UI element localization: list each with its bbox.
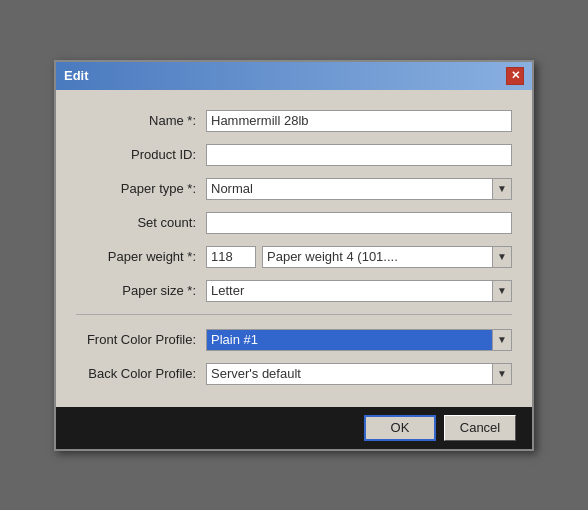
- paper-weight-number-input[interactable]: [206, 246, 256, 268]
- back-color-row: Back Color Profile: Server's default Pla…: [76, 363, 512, 385]
- product-id-row: Product ID:: [76, 144, 512, 166]
- dialog-body: Name *: Product ID: Paper type *: Normal…: [56, 90, 532, 407]
- paper-type-label: Paper type *:: [76, 181, 206, 196]
- paper-weight-inputs: Paper weight 4 (101.... ▼: [206, 246, 512, 268]
- back-color-label: Back Color Profile:: [76, 366, 206, 381]
- paper-size-row: Paper size *: Letter A4 Legal ▼: [76, 280, 512, 302]
- separator: [76, 314, 512, 315]
- product-id-label: Product ID:: [76, 147, 206, 162]
- paper-size-select[interactable]: Letter A4 Legal: [206, 280, 512, 302]
- title-bar: Edit ✕: [56, 62, 532, 90]
- paper-weight-row: Paper weight *: Paper weight 4 (101.... …: [76, 246, 512, 268]
- edit-dialog: Edit ✕ Name *: Product ID: Paper type *:…: [54, 60, 534, 451]
- paper-weight-select[interactable]: Paper weight 4 (101....: [262, 246, 512, 268]
- name-input[interactable]: [206, 110, 512, 132]
- paper-size-wrapper: Letter A4 Legal ▼: [206, 280, 512, 302]
- back-color-wrapper: Server's default Plain #1 ▼: [206, 363, 512, 385]
- front-color-wrapper: Plain #1 Server's default ▼: [206, 329, 512, 351]
- paper-type-row: Paper type *: Normal Thick Thin Recycled…: [76, 178, 512, 200]
- paper-size-label: Paper size *:: [76, 283, 206, 298]
- dialog-footer: OK Cancel: [56, 407, 532, 449]
- paper-weight-select-wrapper: Paper weight 4 (101.... ▼: [262, 246, 512, 268]
- close-button[interactable]: ✕: [506, 67, 524, 85]
- ok-button[interactable]: OK: [364, 415, 436, 441]
- front-color-label: Front Color Profile:: [76, 332, 206, 347]
- paper-type-select[interactable]: Normal Thick Thin Recycled: [206, 178, 512, 200]
- dialog-title: Edit: [64, 68, 89, 83]
- paper-weight-label: Paper weight *:: [76, 249, 206, 264]
- paper-type-wrapper: Normal Thick Thin Recycled ▼: [206, 178, 512, 200]
- front-color-row: Front Color Profile: Plain #1 Server's d…: [76, 329, 512, 351]
- back-color-select[interactable]: Server's default Plain #1: [206, 363, 512, 385]
- cancel-button[interactable]: Cancel: [444, 415, 516, 441]
- set-count-label: Set count:: [76, 215, 206, 230]
- set-count-input[interactable]: [206, 212, 512, 234]
- product-id-input[interactable]: [206, 144, 512, 166]
- set-count-row: Set count:: [76, 212, 512, 234]
- name-label: Name *:: [76, 113, 206, 128]
- front-color-select[interactable]: Plain #1 Server's default: [206, 329, 512, 351]
- name-row: Name *:: [76, 110, 512, 132]
